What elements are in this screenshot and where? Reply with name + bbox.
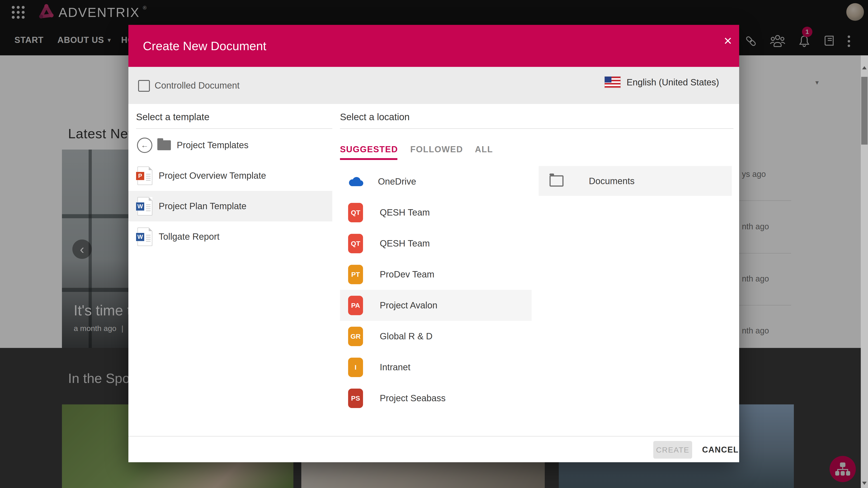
team-initials-badge: PA [348, 296, 363, 315]
divider [128, 436, 739, 436]
word-file-icon: W [137, 197, 152, 216]
controlled-document-label: Controlled Document [155, 80, 240, 91]
active-tab-indicator [340, 158, 397, 160]
folder-outline-icon [550, 175, 563, 187]
location-label: Project Seabass [380, 393, 445, 403]
location-label: Intranet [380, 362, 410, 372]
location-item[interactable]: PS Project Seabass [340, 383, 532, 414]
divider [340, 128, 734, 129]
template-item[interactable]: P Project Overview Template [128, 160, 332, 191]
location-item-selected[interactable]: PA Project Avalon [340, 290, 532, 321]
divider [136, 128, 332, 129]
team-initials-badge: QT [348, 203, 363, 222]
location-label: QESH Team [380, 207, 430, 218]
location-item[interactable]: PT ProDev Team [340, 259, 532, 290]
modal-title: Create New Document [143, 39, 266, 53]
team-initials-badge: I [348, 358, 363, 377]
folder-icon [157, 140, 171, 150]
template-item-label: Project Overview Template [159, 170, 266, 181]
location-item[interactable]: QT QESH Team [340, 197, 532, 228]
tab-all[interactable]: ALL [475, 144, 493, 154]
location-item[interactable]: I Intranet [340, 352, 532, 383]
template-item-label: Project Plan Template [159, 201, 246, 211]
language-dropdown[interactable]: English (United States) ▾ [604, 76, 819, 88]
page: Latest News ‹ It's time to a month ago |… [0, 0, 868, 488]
template-item[interactable]: W Tollgate Report [128, 221, 332, 252]
location-item[interactable]: QT QESH Team [340, 228, 532, 259]
location-label: ProDev Team [380, 269, 434, 280]
template-folder-label: Project Templates [177, 140, 248, 150]
team-initials-badge: GR [348, 327, 363, 346]
template-section-heading: Select a template [136, 111, 210, 123]
location-label: Global R & D [380, 331, 432, 341]
back-arrow-icon[interactable]: ← [137, 138, 152, 153]
controlled-document-checkbox[interactable] [138, 80, 150, 92]
tab-followed[interactable]: FOLLOWED [410, 144, 463, 154]
us-flag-icon [604, 76, 621, 88]
word-file-icon: W [137, 228, 152, 246]
team-initials-badge: PS [348, 389, 363, 408]
template-item-selected[interactable]: W Project Plan Template [128, 191, 332, 221]
location-item[interactable]: GR Global R & D [340, 321, 532, 352]
location-item-onedrive[interactable]: OneDrive [340, 166, 532, 197]
team-initials-badge: PT [348, 265, 363, 284]
documents-folder-tile[interactable]: Documents [539, 166, 732, 196]
location-label: Project Avalon [380, 300, 437, 311]
onedrive-cloud-icon [347, 176, 364, 188]
scroll-down-arrow[interactable] [862, 482, 867, 485]
template-item-label: Tollgate Report [159, 232, 219, 242]
controlled-document-band: Controlled Document English (United Stat… [128, 67, 739, 104]
documents-label: Documents [589, 176, 634, 186]
template-folder-row[interactable]: ← Project Templates [128, 130, 332, 160]
location-label: OneDrive [378, 176, 416, 187]
cancel-button[interactable]: CANCEL [701, 441, 740, 459]
close-icon[interactable]: × [720, 33, 736, 49]
tab-suggested[interactable]: SUGGESTED [340, 144, 398, 154]
language-value: English (United States) [627, 77, 719, 88]
create-button[interactable]: CREATE [653, 441, 692, 459]
powerpoint-file-icon: P [137, 166, 152, 185]
location-section-heading: Select a location [340, 111, 410, 123]
page-scrollbar[interactable] [861, 55, 868, 488]
modal-header: Create New Document × [128, 25, 739, 67]
chevron-down-icon: ▾ [815, 78, 819, 86]
team-initials-badge: QT [348, 234, 363, 253]
location-label: QESH Team [380, 238, 430, 249]
scrollbar-thumb[interactable] [861, 77, 868, 144]
create-document-modal: Create New Document × Controlled Documen… [128, 25, 739, 462]
scroll-up-arrow[interactable] [862, 66, 867, 69]
